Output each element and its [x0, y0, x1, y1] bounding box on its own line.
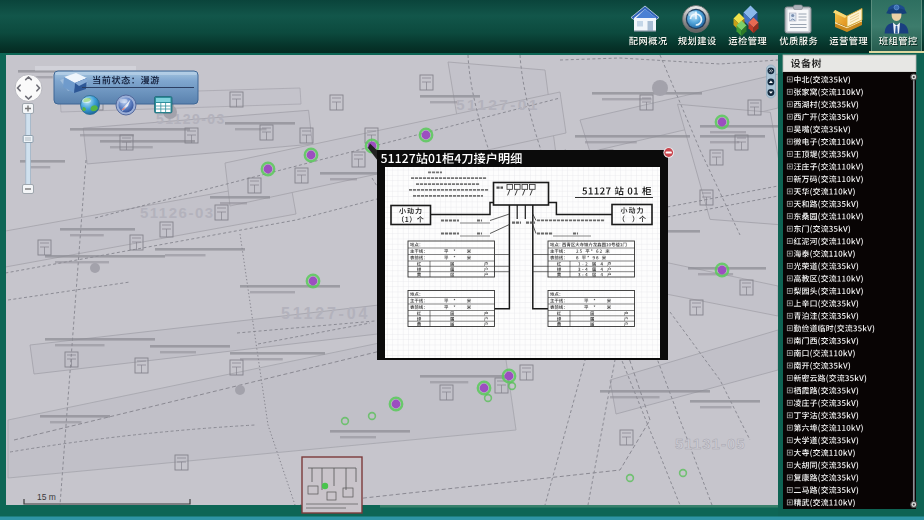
- svg-text:51127-01: 51127-01: [456, 96, 540, 113]
- svg-text:15 m: 15 m: [37, 492, 56, 502]
- svg-text:51127-04: 51127-04: [281, 305, 370, 322]
- svg-text:51126-03: 51126-03: [140, 204, 215, 221]
- svg-text:51131-05: 51131-05: [675, 435, 746, 452]
